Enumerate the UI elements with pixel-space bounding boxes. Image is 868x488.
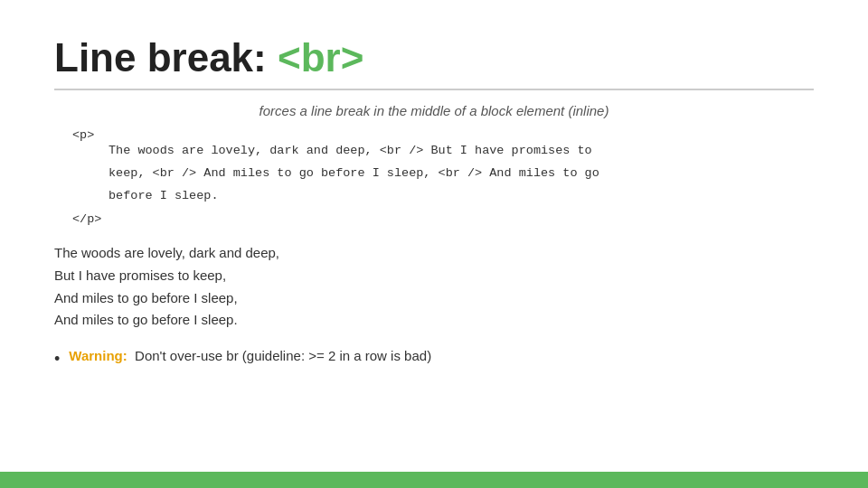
poem-line1: The woods are lovely, dark and deep,: [54, 242, 814, 265]
close-p-tag: </p>: [72, 212, 101, 226]
page-title: Line break: <br>: [54, 36, 814, 80]
poem-line2: But I have promises to keep,: [54, 265, 814, 287]
divider: [54, 89, 814, 90]
open-p-tag: <p>: [72, 128, 94, 142]
title-prefix: Line break:: [54, 35, 278, 80]
poem-line3: And miles to go before I sleep,: [54, 287, 814, 310]
subtitle: forces a line break in the middle of a b…: [54, 103, 814, 118]
poem-block: The woods are lovely, dark and deep, But…: [54, 242, 814, 332]
slide: Line break: <br> forces a line break in …: [0, 0, 868, 488]
warning-text: Warning: Don't over-use br (guideline: >…: [69, 348, 431, 363]
code-line1: The woods are lovely, dark and deep, <br…: [108, 142, 814, 161]
warning-description: Don't over-use br (guideline: >= 2 in a …: [135, 348, 431, 363]
warning-bullet: • Warning: Don't over-use br (guideline:…: [54, 348, 814, 371]
code-line3: before I sleep.: [108, 187, 814, 206]
code-line2: keep, <br /> And miles to go before I sl…: [108, 164, 814, 183]
title-tag: <br>: [278, 35, 363, 80]
poem-line4: And miles to go before I sleep.: [54, 309, 814, 332]
bottom-bar: [0, 472, 868, 488]
bullet-icon: •: [54, 348, 60, 371]
warning-label: Warning:: [69, 348, 127, 363]
